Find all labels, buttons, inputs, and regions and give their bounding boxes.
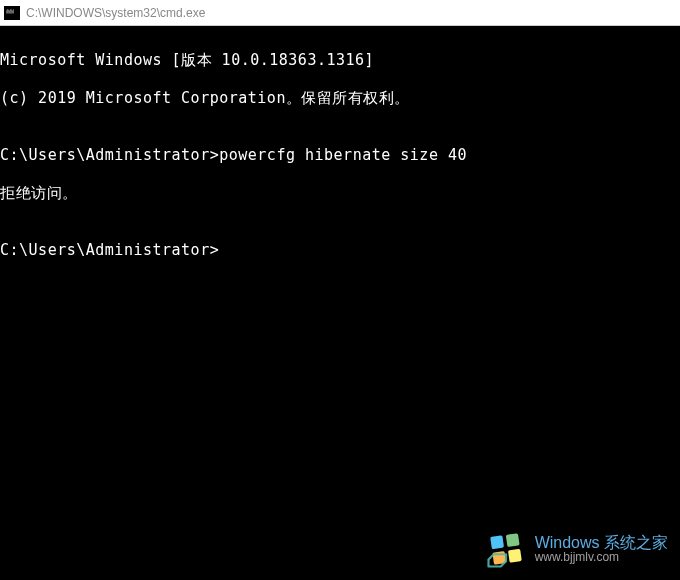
watermark-url: www.bjjmlv.com xyxy=(535,551,668,564)
terminal-line: (c) 2019 Microsoft Corporation。保留所有权利。 xyxy=(0,89,680,108)
terminal-line: C:\Users\Administrator>powercfg hibernat… xyxy=(0,146,680,165)
watermark-title: Windows 系统之家 xyxy=(535,534,668,552)
window-title: C:\WINDOWS\system32\cmd.exe xyxy=(26,6,205,20)
terminal-output[interactable]: Microsoft Windows [版本 10.0.18363.1316] (… xyxy=(0,26,680,580)
cmd-icon xyxy=(4,6,20,20)
command-text: powercfg hibernate size 40 xyxy=(219,146,467,164)
watermark-text: Windows 系统之家 www.bjjmlv.com xyxy=(535,534,668,565)
terminal-line: C:\Users\Administrator> xyxy=(0,241,680,260)
windows-logo-icon xyxy=(485,528,527,570)
prompt: C:\Users\Administrator> xyxy=(0,146,219,164)
terminal-line: 拒绝访问。 xyxy=(0,184,680,203)
svg-rect-1 xyxy=(505,533,519,547)
svg-rect-3 xyxy=(508,549,522,563)
watermark: Windows 系统之家 www.bjjmlv.com xyxy=(485,528,668,570)
svg-rect-0 xyxy=(490,535,504,549)
window-titlebar[interactable]: C:\WINDOWS\system32\cmd.exe xyxy=(0,0,680,26)
terminal-line: Microsoft Windows [版本 10.0.18363.1316] xyxy=(0,51,680,70)
